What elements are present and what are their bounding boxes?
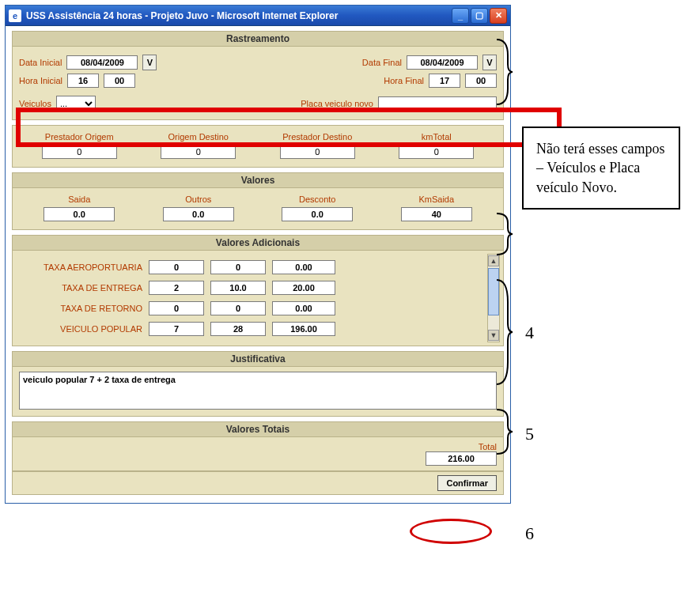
col-origem-destino: Origem Destino <box>140 132 258 142</box>
adicionais-row: TAXA AEROPORTUARIA <box>16 260 487 274</box>
col-km-total: kmTotal <box>378 132 496 142</box>
input-hora-inicial-h[interactable] <box>67 74 99 88</box>
input-total[interactable] <box>426 451 497 466</box>
input-data-final[interactable] <box>407 55 478 70</box>
adc-label: TAXA DE ENTREGA <box>16 283 142 293</box>
section-km: Prestador Origem Origem Destino Prestado… <box>12 125 504 168</box>
titlebar: e USS Assistência 24 horas - Projeto Juv… <box>6 6 510 26</box>
annotation-callout: Não terá esses campos – Veículos e Placa… <box>522 127 680 210</box>
section-header-justificativa: Justificativa <box>12 351 504 367</box>
scroll-thumb[interactable] <box>488 268 499 315</box>
highlight-ellipse-confirm <box>410 519 492 544</box>
input-km-total[interactable] <box>399 145 474 159</box>
scroll-down-icon[interactable]: ▼ <box>488 330 499 341</box>
input-hora-final-m[interactable] <box>465 74 497 88</box>
input-outros[interactable] <box>163 207 234 221</box>
confirm-button[interactable]: Confirmar <box>437 475 497 491</box>
input-prestador-destino[interactable] <box>280 145 355 159</box>
adc-label: TAXA DE RETORNO <box>16 304 142 313</box>
adc-label: VEICULO POPULAR <box>16 324 142 334</box>
label-total: Total <box>19 442 497 451</box>
label-placa: Placa veiculo novo <box>301 99 373 108</box>
section-justificativa <box>12 367 504 417</box>
col-outros: Outros <box>140 195 258 204</box>
maximize-button[interactable]: ▢ <box>471 8 488 24</box>
adicionais-row: TAXA DE ENTREGA <box>16 281 487 295</box>
adc-rate[interactable] <box>210 260 266 274</box>
section-adicionais: TAXA AEROPORTUARIA TAXA DE ENTREGA TAXA … <box>12 251 504 346</box>
adicionais-list: TAXA AEROPORTUARIA TAXA DE ENTREGA TAXA … <box>16 254 487 342</box>
input-saida[interactable] <box>44 207 115 221</box>
section-valores: Saida Outros Desconto KmSaida <box>12 188 504 230</box>
input-origem-destino[interactable] <box>161 145 236 159</box>
adc-total[interactable] <box>272 322 335 336</box>
calendar-button-final[interactable]: V <box>482 55 497 70</box>
minimize-button[interactable]: _ <box>452 8 469 24</box>
adc-total[interactable] <box>272 301 335 315</box>
adicionais-scrollbar[interactable]: ▲ ▼ <box>487 254 500 342</box>
annotation-number-5: 5 <box>525 424 534 444</box>
textarea-justificativa[interactable] <box>19 372 497 410</box>
select-veiculos[interactable]: ... <box>56 96 96 111</box>
calendar-button-inicial[interactable]: V <box>142 55 157 70</box>
col-saida: Saida <box>21 195 138 204</box>
input-desconto[interactable] <box>282 207 353 221</box>
scroll-up-icon[interactable]: ▲ <box>488 255 499 266</box>
window-title: USS Assistência 24 horas - Projeto Juvo … <box>26 10 338 21</box>
input-placa[interactable] <box>378 96 497 111</box>
adc-total[interactable] <box>272 260 335 274</box>
adc-qty[interactable] <box>149 322 204 336</box>
label-veiculos: Veiculos <box>19 99 51 108</box>
annotation-number-6: 6 <box>525 523 534 544</box>
section-header-adicionais: Valores Adicionais <box>12 235 504 251</box>
adc-total[interactable] <box>272 281 335 295</box>
input-prestador-origem[interactable] <box>42 145 117 159</box>
col-prestador-origem: Prestador Origem <box>21 132 138 142</box>
input-kmsaida[interactable] <box>401 207 472 221</box>
section-confirm: Confirmar <box>12 471 504 495</box>
section-totais: Total <box>12 437 504 471</box>
section-rastreamento: Data Inicial V Data Final V Hora Inicial… <box>12 47 504 120</box>
section-header-totais: Valores Totais <box>12 421 504 437</box>
adicionais-row: TAXA DE RETORNO <box>16 301 487 315</box>
label-hora-final: Hora Final <box>384 76 424 85</box>
input-hora-inicial-m[interactable] <box>104 74 135 88</box>
label-hora-inicial: Hora Inicial <box>19 76 62 85</box>
content-area: Rastreamento Data Inicial V Data Final V… <box>6 26 510 503</box>
app-icon: e <box>9 9 21 22</box>
adc-rate[interactable] <box>210 322 266 336</box>
adicionais-row: VEICULO POPULAR <box>16 322 487 336</box>
input-data-inicial[interactable] <box>66 55 138 70</box>
label-data-inicial: Data Inicial <box>19 58 62 67</box>
adc-qty[interactable] <box>149 260 204 274</box>
annotation-text: Não terá esses campos – Veículos e Placa… <box>536 141 664 195</box>
input-hora-final-h[interactable] <box>429 74 460 88</box>
close-button[interactable]: ✕ <box>490 8 507 24</box>
adc-qty[interactable] <box>149 281 204 295</box>
col-desconto: Desconto <box>259 195 376 204</box>
adc-rate[interactable] <box>210 281 266 295</box>
col-kmsaida: KmSaida <box>378 195 496 204</box>
section-header-valores: Valores <box>12 172 504 188</box>
annotation-number-4: 4 <box>525 323 534 343</box>
section-header-rastreamento: Rastreamento <box>12 31 504 47</box>
label-data-final: Data Final <box>362 58 402 67</box>
col-prestador-destino: Prestador Destino <box>259 132 376 142</box>
adc-qty[interactable] <box>149 301 204 315</box>
adc-label: TAXA AEROPORTUARIA <box>16 263 142 272</box>
adc-rate[interactable] <box>210 301 266 315</box>
app-window: e USS Assistência 24 horas - Projeto Juv… <box>5 5 511 504</box>
